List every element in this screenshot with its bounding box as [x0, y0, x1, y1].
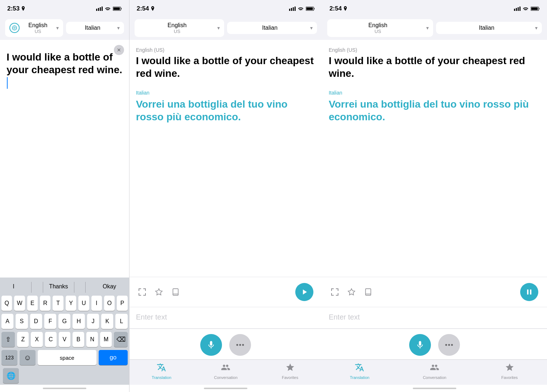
key-w[interactable]: W — [14, 296, 25, 311]
key-c[interactable]: C — [45, 332, 57, 347]
status-bar-2: 2:54 — [129, 0, 322, 16]
svg-rect-8 — [289, 9, 290, 11]
keyboard-1[interactable]: I Thanks Okay Q W E R T Y U I O P A — [0, 278, 129, 385]
svg-marker-16 — [303, 289, 307, 295]
key-b[interactable]: B — [73, 332, 84, 347]
svg-point-30 — [445, 344, 447, 346]
key-t[interactable]: T — [53, 296, 63, 311]
key-q[interactable]: Q — [1, 296, 12, 311]
mic-button-2[interactable] — [200, 334, 222, 356]
lang-target-btn-2[interactable]: Italian ▾ — [227, 22, 317, 34]
chevron-down-icon-2a: ▾ — [217, 25, 220, 31]
more-button-2[interactable] — [229, 334, 251, 356]
action-bar-3 — [322, 277, 547, 307]
autocomplete-okay[interactable]: Okay — [97, 282, 122, 293]
svg-rect-13 — [307, 8, 313, 10]
svg-rect-10 — [293, 7, 294, 11]
lang-source-name-1: English — [22, 22, 54, 29]
lang-target-btn-1[interactable]: Italian ▾ — [66, 22, 124, 34]
svg-rect-29 — [530, 289, 531, 295]
location-icon — [21, 6, 25, 11]
key-p[interactable]: P — [117, 296, 127, 311]
text-input-area-2[interactable]: Enter text — [129, 307, 322, 329]
key-l[interactable]: L — [115, 314, 127, 329]
tablet-icon-3[interactable] — [364, 288, 372, 296]
star-icon-3[interactable] — [347, 288, 355, 296]
tab-translation-2[interactable]: Translation — [129, 363, 194, 380]
lang-bar-1: English US ▾ Italian ▾ — [0, 16, 129, 40]
text-input-area-3[interactable]: Enter text — [322, 307, 547, 329]
lang-source-btn-3[interactable]: English US ▾ — [327, 19, 433, 37]
key-y[interactable]: Y — [66, 296, 76, 311]
key-z[interactable]: Z — [17, 332, 29, 347]
translation-icon-2 — [157, 363, 166, 374]
autocomplete-thanks[interactable]: Thanks — [43, 282, 74, 293]
key-123[interactable]: 123 — [1, 350, 17, 365]
key-a[interactable]: A — [1, 314, 13, 329]
key-d[interactable]: D — [30, 314, 42, 329]
text-input-placeholder-2: Enter text — [136, 313, 167, 321]
key-m[interactable]: M — [100, 332, 112, 347]
tab-translation-label-2: Translation — [152, 375, 171, 380]
chevron-down-icon-1: ▾ — [56, 25, 59, 31]
favorites-icon-2 — [285, 363, 295, 374]
status-icons-3 — [514, 7, 540, 11]
autocomplete-i[interactable]: I — [7, 282, 20, 293]
more-button-3[interactable] — [438, 334, 460, 356]
pause-button-3[interactable] — [520, 283, 538, 301]
key-x[interactable]: X — [31, 332, 42, 347]
key-n[interactable]: N — [86, 332, 98, 347]
mic-button-3[interactable] — [409, 334, 431, 356]
tab-conversation-3[interactable]: Conversation — [397, 363, 472, 380]
key-globe[interactable]: 🌐 — [3, 368, 19, 383]
keyboard-rows: Q W E R T Y U I O P A S D F G H J K — [1, 296, 128, 383]
lang-source-btn-2[interactable]: English US ▾ — [135, 19, 225, 37]
expand-icon-3[interactable] — [331, 288, 339, 296]
lang-target-name-3: Italian — [440, 25, 533, 31]
tablet-icon-2[interactable] — [172, 288, 180, 296]
key-emoji[interactable]: ☺ — [20, 350, 36, 365]
source-text-3: I would like a bottle of your cheapest r… — [329, 54, 540, 80]
key-h[interactable]: H — [73, 314, 85, 329]
key-go[interactable]: go — [99, 350, 128, 365]
key-delete[interactable]: ⌫ — [114, 332, 127, 347]
tab-conversation-2[interactable]: Conversation — [194, 363, 258, 380]
key-f[interactable]: F — [44, 314, 56, 329]
lang-source-btn-1[interactable]: English US ▾ — [5, 19, 63, 37]
svg-rect-3 — [102, 7, 103, 11]
key-k[interactable]: K — [101, 314, 113, 329]
key-v[interactable]: V — [59, 332, 70, 347]
signal-icon-3 — [514, 7, 521, 11]
tab-favorites-3[interactable]: Favorites — [472, 363, 547, 380]
favorites-icon-3 — [505, 363, 514, 374]
key-j[interactable]: J — [87, 314, 99, 329]
key-g[interactable]: G — [58, 314, 70, 329]
close-button-1[interactable]: ✕ — [114, 45, 124, 55]
chevron-down-icon-3b: ▾ — [535, 25, 538, 31]
key-o[interactable]: O — [104, 296, 115, 311]
key-e[interactable]: E — [27, 296, 38, 311]
target-lang-label-2: Italian — [136, 90, 316, 96]
lang-target-btn-3[interactable]: Italian ▾ — [436, 22, 542, 34]
key-r[interactable]: R — [40, 296, 50, 311]
home-indicator-2 — [129, 385, 322, 392]
lang-source-sub-1: US — [22, 29, 54, 34]
tab-translation-3[interactable]: Translation — [322, 363, 397, 380]
tab-favorites-2[interactable]: Favorites — [258, 363, 322, 380]
key-s[interactable]: S — [16, 314, 28, 329]
key-space[interactable]: space — [38, 350, 96, 365]
svg-rect-28 — [527, 289, 529, 295]
status-icons-1 — [96, 7, 122, 11]
key-i[interactable]: I — [91, 296, 102, 311]
svg-rect-0 — [96, 9, 97, 11]
play-button-2[interactable] — [295, 283, 313, 301]
key-u[interactable]: U — [78, 296, 89, 311]
expand-icon-2[interactable] — [138, 288, 146, 296]
svg-rect-2 — [100, 7, 101, 11]
wifi-icon-3 — [523, 7, 529, 11]
status-time-2: 2:54 — [137, 5, 149, 12]
keyboard-row-2: A S D F G H J K L — [1, 314, 128, 329]
svg-rect-25 — [531, 8, 538, 10]
key-shift[interactable]: ⇧ — [1, 332, 15, 347]
star-icon-2[interactable] — [155, 288, 163, 296]
